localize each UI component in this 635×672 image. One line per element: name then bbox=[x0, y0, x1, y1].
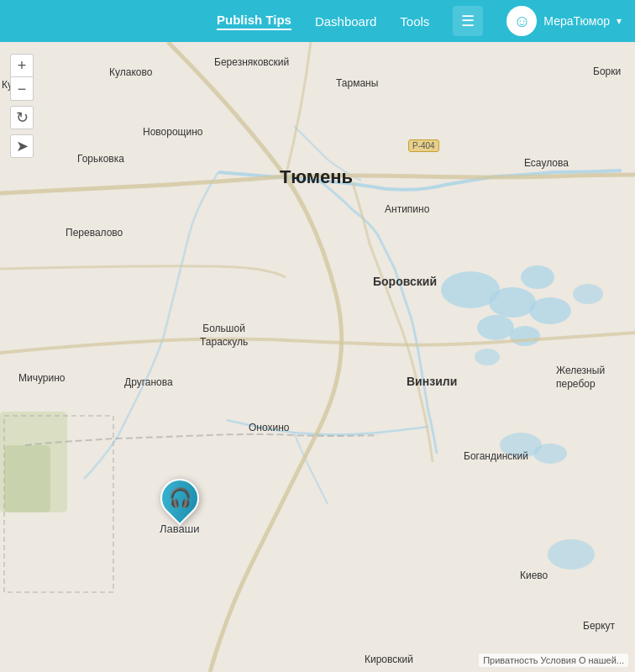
svg-point-12 bbox=[548, 539, 595, 570]
refresh-button[interactable]: ↻ bbox=[10, 106, 34, 129]
map-container[interactable]: Кулига Кулаково Березняковский Тарманы Б… bbox=[0, 42, 635, 672]
svg-point-7 bbox=[510, 326, 540, 346]
map-attribution: Приватность Условия О нашей... bbox=[479, 654, 628, 667]
svg-point-9 bbox=[573, 284, 603, 304]
svg-rect-14 bbox=[4, 445, 50, 512]
map-background bbox=[0, 42, 635, 672]
zoom-in-button[interactable]: + bbox=[10, 54, 34, 77]
svg-point-3 bbox=[489, 287, 536, 318]
locate-button[interactable]: ➤ bbox=[10, 134, 34, 158]
svg-point-6 bbox=[529, 297, 571, 324]
svg-point-11 bbox=[533, 444, 567, 464]
nav-tools[interactable]: Tools bbox=[400, 14, 429, 29]
nav-publish-tips[interactable]: Publish Tips bbox=[217, 13, 291, 30]
svg-point-5 bbox=[521, 265, 554, 289]
map-controls: + − ↻ ➤ bbox=[10, 54, 34, 158]
svg-point-8 bbox=[475, 349, 500, 365]
dropdown-arrow-icon: ▾ bbox=[617, 15, 622, 27]
svg-rect-1 bbox=[0, 42, 635, 672]
nav-links: Publish Tips Dashboard Tools ☰ ☺ МераТюм… bbox=[217, 6, 622, 36]
user-name-label: МераТюмор bbox=[543, 14, 610, 28]
avatar: ☺ bbox=[506, 6, 537, 36]
nav-dashboard[interactable]: Dashboard bbox=[315, 14, 376, 29]
attribution-text: Приватность Условия О нашей... bbox=[483, 655, 624, 665]
hamburger-icon: ☰ bbox=[461, 12, 475, 30]
marker-icon: 🎧 bbox=[168, 487, 191, 509]
map-marker-lavaши[interactable]: 🎧 Лаваши bbox=[160, 479, 199, 535]
navbar: Publish Tips Dashboard Tools ☰ ☺ МераТюм… bbox=[0, 0, 635, 42]
avatar-icon: ☺ bbox=[513, 12, 530, 31]
zoom-out-button[interactable]: − bbox=[10, 77, 34, 101]
nav-user-menu[interactable]: ☺ МераТюмор ▾ bbox=[506, 6, 622, 36]
marker-bubble: 🎧 bbox=[152, 470, 207, 525]
svg-point-4 bbox=[477, 315, 514, 340]
nav-menu-button[interactable]: ☰ bbox=[453, 6, 483, 36]
